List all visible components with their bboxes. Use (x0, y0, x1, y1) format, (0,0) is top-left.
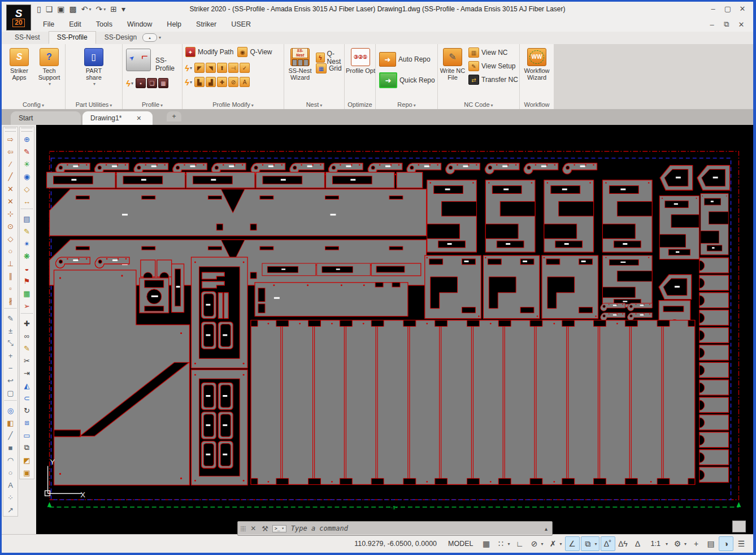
menu[interactable]: Striker (189, 20, 224, 28)
nest-comb-column[interactable] (699, 258, 729, 482)
command-prompt-icon[interactable]: >_▾ (272, 525, 286, 532)
workflow-wizard-button[interactable]: WW Workflow Wizard (522, 48, 551, 81)
tool-boundary-box[interactable]: ▭ (20, 429, 34, 441)
transfer-nc-button[interactable]: ⇄ Transfer NC (468, 75, 518, 85)
status-selection-cycling[interactable]: ⧉ ▾ (581, 536, 599, 551)
tool-zoom-dynamic[interactable]: ± (3, 324, 18, 337)
modify-tool-check-tool[interactable]: ✓ (240, 63, 250, 73)
nest-slat-field[interactable] (251, 320, 695, 485)
tool-sketch[interactable]: ✎ (3, 312, 18, 324)
qat-button-open-file[interactable]: ❏ (44, 3, 55, 15)
tool-copy-part[interactable]: ∞ (20, 329, 34, 342)
q-view-button[interactable]: Q-View (250, 48, 272, 56)
tool-nest-flag[interactable]: ⚑ (20, 275, 34, 287)
tool-zoom-window[interactable]: ▢ (3, 387, 18, 399)
ribbon-tab[interactable]: SS-Profile (49, 31, 96, 44)
status-hardware-acceleration[interactable]: ◑ (719, 536, 733, 551)
grid-button[interactable]: ▦ Grid (316, 63, 342, 73)
new-tab-button[interactable]: + (167, 111, 181, 122)
tool-snap-quadrant[interactable]: ◇ (3, 232, 18, 245)
nest-frame-1[interactable] (191, 257, 247, 368)
ss-nest-wizard-button[interactable]: SS-Nest SS-Nest Wizard (285, 48, 315, 81)
tool-send-part[interactable]: ➢ (20, 300, 34, 312)
part-share-button[interactable]: ▯ PART share▾ (79, 48, 108, 88)
modify-tool-text-tool[interactable]: A (240, 77, 250, 87)
menu[interactable]: Tools (89, 20, 120, 28)
tool-zoom-previous[interactable]: ↩ (3, 374, 18, 387)
tool-snap-extension[interactable]: ⊹ (3, 207, 18, 220)
quick-repo-button[interactable]: ➜ Quick Repo (379, 72, 435, 88)
menu[interactable]: Window (120, 20, 159, 28)
toolbar-grip[interactable] (5, 128, 16, 132)
group-label-nc-code[interactable]: NC Code▾ (438, 101, 519, 108)
qat-button-plot-preview[interactable]: ⊞ (108, 3, 119, 15)
status-annotation-scale-icon[interactable]: ∆ (631, 536, 645, 551)
status-object-snap[interactable]: ✗ ▾ (546, 536, 564, 551)
tool-snap-from-forward[interactable]: ⇨ (3, 133, 18, 145)
view-nc-button[interactable]: ▥ View NC (468, 47, 507, 58)
profile-tool-lead-tool[interactable]: ❏ (147, 78, 157, 88)
tool-world-tool[interactable]: ◒ (20, 262, 34, 275)
status-polar-tracking[interactable]: ⊘ ▾ (528, 536, 545, 551)
lightning-icon[interactable]: ϟ (185, 63, 189, 73)
tool-snap-parallel[interactable]: ∥ (3, 270, 18, 282)
status-snap-mode[interactable]: ∷ ▾ (494, 536, 512, 551)
tool-mirror-part[interactable]: ◭ (20, 379, 34, 392)
tool-edit-part[interactable]: ✎ (20, 145, 34, 158)
status-clean-screen[interactable]: + (689, 536, 703, 551)
child-window-button-child-close[interactable]: ✕ (734, 19, 749, 30)
toolbar-grip[interactable] (21, 128, 32, 132)
nest-small-parts[interactable] (140, 260, 184, 313)
lightning-icon[interactable]: ϟ (185, 77, 189, 87)
modify-tool-add-tool[interactable]: ✚ (217, 77, 227, 87)
qat-button-qat-more[interactable]: ▾ (119, 3, 128, 15)
document-tab[interactable]: Start (11, 111, 81, 125)
qat-button-redo[interactable]: ↷▾ (94, 3, 108, 15)
tool-view-world[interactable]: ⊕ (20, 133, 34, 145)
tool-snap-intersection[interactable]: ✕ (3, 183, 18, 195)
status-annotation-visibility[interactable]: ∆˚ (601, 536, 615, 551)
menu[interactable]: Help (159, 20, 189, 28)
modify-path-button[interactable]: Modify Path (198, 48, 233, 56)
status-model-space[interactable]: MODEL (443, 536, 478, 551)
group-label-repo[interactable]: Repo▾ (376, 101, 437, 108)
nest-mid-left-cluster[interactable] (54, 257, 247, 485)
lightning-icon[interactable]: ϟ (126, 79, 131, 88)
profile-opt-button[interactable]: ③②① Profile Opt (346, 48, 375, 74)
ss-profile-button[interactable]: SS-Profile (155, 57, 182, 72)
ss-profile-icon[interactable]: ⌐ ➤ (126, 49, 151, 71)
status-ortho-mode[interactable]: ∟ (513, 536, 527, 551)
tool-edit-geometry[interactable]: ✎ (20, 225, 34, 237)
tool-snap-perpendicular[interactable]: ⊥ (3, 257, 18, 270)
nest-g-part-field[interactable] (425, 180, 652, 321)
tool-snap-node[interactable]: ▫ (3, 282, 18, 294)
qat-button-undo[interactable]: ↶▾ (79, 3, 94, 15)
modify-tool-corner-tool-1[interactable]: ◤ (194, 63, 205, 73)
menu[interactable]: USER (224, 20, 258, 28)
app-logo[interactable]: S 20 (6, 5, 31, 31)
tool-snap-insert[interactable]: ∦ (3, 294, 18, 307)
nest-beam-1[interactable] (50, 189, 427, 236)
tool-snap-midpoint[interactable]: ╱ (3, 170, 18, 183)
tool-zoom-out[interactable]: − (3, 362, 18, 374)
command-history-up-icon[interactable]: ▴ (540, 526, 552, 532)
menu[interactable]: File (36, 20, 62, 28)
tab-close-icon[interactable]: ✕ (136, 115, 141, 122)
tool-profile-shape[interactable]: ◇ (20, 183, 34, 195)
tool-burst-tool[interactable]: ✴ (20, 237, 34, 250)
tool[interactable] (5, 308, 16, 312)
ribbon-tab[interactable]: SS-Nest (6, 31, 49, 44)
tool-draw-dimension[interactable]: ↗ (3, 504, 18, 516)
ribbon-tab[interactable]: SS-Design (96, 31, 145, 44)
tool-draw-points[interactable]: ⁘ (3, 491, 18, 504)
nest-mid-band[interactable] (255, 263, 421, 316)
group-label-optimize[interactable]: Optimize (345, 101, 375, 108)
nest-frame-2[interactable] (191, 370, 247, 485)
tool[interactable] (5, 400, 16, 404)
command-bar[interactable]: ⣿⣿ ✕ ⚒ >_▾ ▴ (237, 521, 553, 536)
status-quick-properties[interactable]: ▤ (704, 536, 718, 551)
qat-button-new-file[interactable]: ▯ (34, 3, 44, 15)
command-wrench-icon[interactable]: ⚒ (259, 524, 271, 533)
tool-export-page[interactable]: ⧉ (20, 441, 34, 454)
view-setup-button[interactable]: ✎ View Setup (468, 61, 516, 71)
